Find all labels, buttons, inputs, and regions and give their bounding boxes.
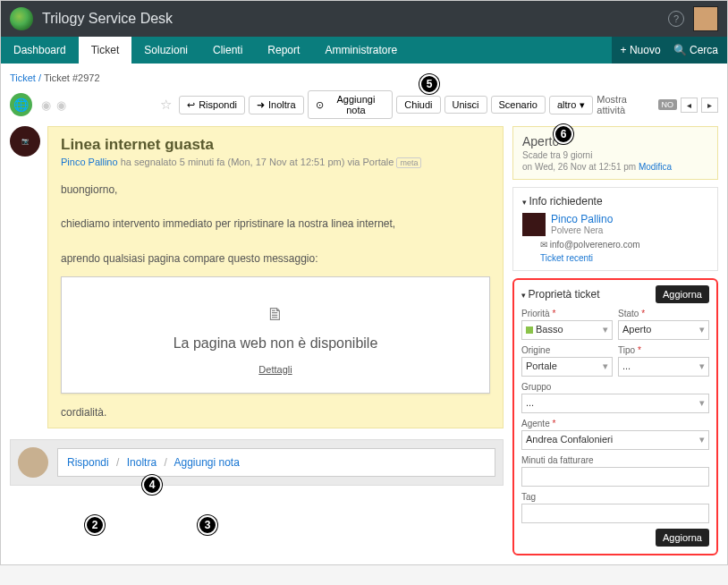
toolbar: 🌐 ◉ ◉ ☆ ↩Rispondi ➜Inoltra ⊙Aggiungi not… — [10, 90, 718, 119]
tag-input[interactable] — [521, 504, 709, 523]
priority-color-icon — [526, 326, 533, 334]
nav-ticket[interactable]: Ticket — [79, 37, 132, 64]
ticket-body: Linea internet guasta Pinco Pallino ha s… — [47, 126, 504, 428]
ticket-properties-panel: Proprietà ticket Aggiorna Priorità * Bas… — [512, 278, 718, 555]
chevron-down-icon: ▾ — [699, 324, 705, 335]
mail-icon: ✉ — [540, 240, 547, 250]
update-button-bottom[interactable]: Aggiorna — [656, 529, 709, 547]
modify-due-link[interactable]: Modifica — [639, 162, 672, 172]
annotation-6: 6 — [554, 124, 573, 144]
group-label: Gruppo — [521, 382, 709, 392]
props-section-title: Proprietà ticket — [521, 288, 600, 301]
more-button[interactable]: altro ▾ — [549, 96, 593, 114]
ticket-meta: Pinco Pallino ha segnalato 5 minuti fa (… — [61, 157, 490, 167]
source-select[interactable]: Portale▾ — [521, 357, 613, 377]
nav-clienti[interactable]: Clienti — [200, 37, 255, 64]
tag-label: Tag — [521, 492, 709, 502]
watch-icon[interactable]: ◉ — [41, 98, 51, 112]
status-due-at: on Wed, 26 Nov at 12:51 pm Modifica — [522, 162, 708, 172]
search-icon: 🔍 — [673, 44, 687, 56]
star-icon[interactable]: ☆ — [160, 97, 172, 113]
nav-dashboard[interactable]: Dashboard — [1, 37, 79, 64]
requester-avatar — [522, 213, 546, 236]
recent-tickets-link[interactable]: Ticket recenti — [540, 253, 708, 263]
side-column: Aperto Scade tra 9 giorni on Wed, 26 Nov… — [512, 126, 718, 555]
requester-email: ✉ info@polverenero.com — [540, 240, 708, 250]
minutes-input[interactable] — [521, 467, 709, 487]
error-screenshot: 🗎 La pagina web non è disponibile Dettag… — [61, 276, 490, 394]
nav-right: + Nuovo 🔍 Cerca — [612, 37, 727, 64]
quick-actions: Rispondi / Inoltra / Aggiungi nota — [57, 448, 495, 477]
brand-title: Trilogy Service Desk — [42, 11, 668, 27]
chevron-down-icon: ▾ — [580, 99, 585, 111]
help-icon[interactable]: ? — [668, 11, 684, 27]
chevron-down-icon: ▾ — [603, 324, 608, 335]
quick-reply-link[interactable]: Rispondi — [67, 456, 109, 469]
priority-label: Priorità * — [521, 309, 613, 318]
prev-ticket-button[interactable]: ◂ — [681, 98, 698, 113]
nav-report[interactable]: Report — [255, 37, 312, 64]
broken-page-icon: 🗎 — [80, 304, 471, 325]
close-button[interactable]: Chiudi — [396, 96, 440, 114]
chevron-down-icon: ▾ — [699, 397, 705, 409]
group-select[interactable]: ...▾ — [521, 394, 709, 413]
quick-note-link[interactable]: Aggiungi nota — [174, 456, 239, 469]
nav-search-button[interactable]: 🔍 Cerca — [673, 44, 718, 56]
agent-select[interactable]: Andrea Confalonieri▾ — [521, 430, 709, 450]
nav-new-button[interactable]: + Nuovo — [621, 44, 661, 56]
app-window: Trilogy Service Desk ? Dashboard Ticket … — [0, 0, 728, 565]
merge-button[interactable]: Unisci — [444, 96, 487, 114]
ticket-title: Linea internet guasta — [61, 136, 490, 154]
note-icon: ⊙ — [316, 99, 324, 111]
meta-tag[interactable]: meta — [396, 157, 421, 168]
error-details-link[interactable]: Dettagli — [80, 364, 471, 375]
main-nav: Dashboard Ticket Soluzioni Clienti Repor… — [1, 37, 727, 64]
state-label: Stato * — [618, 309, 709, 318]
ticket-message: buongiorno, chiediamo intervento immedia… — [61, 182, 490, 267]
bottom-action-bar: Rispondi / Inoltra / Aggiungi nota — [10, 439, 504, 486]
annotation-3: 3 — [198, 515, 217, 535]
content-area: Ticket / Ticket #2972 🌐 ◉ ◉ ☆ ↩Rispondi … — [1, 64, 727, 564]
scenario-button[interactable]: Scenario — [491, 96, 546, 114]
type-select[interactable]: ...▾ — [618, 357, 709, 377]
crumb-root[interactable]: Ticket — [10, 72, 36, 83]
breadcrumb: Ticket / Ticket #2972 — [10, 72, 718, 83]
requester-panel: Info richiedente Pinco Pallino Polvere N… — [512, 187, 718, 271]
state-select[interactable]: Aperto▾ — [618, 320, 709, 340]
watch-icon-2[interactable]: ◉ — [56, 98, 66, 112]
reply-button[interactable]: ↩Rispondi — [179, 96, 245, 114]
next-ticket-button[interactable]: ▸ — [701, 98, 718, 113]
agent-label: Agente * — [521, 419, 709, 428]
agent-avatar — [18, 447, 48, 478]
status-title: Aperto — [522, 134, 708, 148]
annotation-5: 5 — [419, 74, 439, 94]
brand-logo-icon — [10, 7, 33, 30]
priority-select[interactable]: Basso▾ — [521, 320, 613, 340]
update-button-top[interactable]: Aggiorna — [656, 285, 709, 303]
quick-forward-link[interactable]: Inoltra — [127, 456, 157, 469]
minutes-label: Minuti da fatturare — [521, 455, 709, 465]
requester-section-title: Info richiedente — [522, 195, 708, 208]
app-header: Trilogy Service Desk ? — [1, 1, 727, 37]
nav-soluzioni[interactable]: Soluzioni — [131, 37, 200, 64]
add-note-button[interactable]: ⊙Aggiungi nota — [308, 90, 394, 119]
visibility-icon[interactable]: 🌐 — [10, 93, 32, 116]
nav-amministratore[interactable]: Amministratore — [312, 37, 410, 64]
activity-toggle[interactable]: NO — [658, 99, 678, 110]
requester-company: Polvere Nera — [551, 225, 613, 235]
source-label: Origine — [521, 345, 613, 355]
activity-label: Mostra attività — [597, 94, 654, 115]
reporter-avatar: 📷 — [10, 126, 40, 157]
requester-name-link[interactable]: Pinco Pallino — [551, 213, 613, 225]
annotation-4: 4 — [142, 475, 162, 495]
status-panel: Aperto Scade tra 9 giorni on Wed, 26 Nov… — [512, 126, 718, 180]
chevron-down-icon: ▾ — [603, 360, 608, 372]
reply-arrow-icon: ↩ — [187, 99, 195, 111]
user-avatar[interactable] — [693, 6, 718, 31]
chevron-down-icon: ▾ — [699, 360, 705, 372]
ticket-closing: cordialità. — [61, 406, 490, 419]
error-title: La pagina web non è disponibile — [80, 335, 471, 352]
reporter-link[interactable]: Pinco Pallino — [61, 157, 118, 167]
forward-button[interactable]: ➜Inoltra — [249, 96, 304, 114]
crumb-current: Ticket #2972 — [44, 72, 100, 83]
